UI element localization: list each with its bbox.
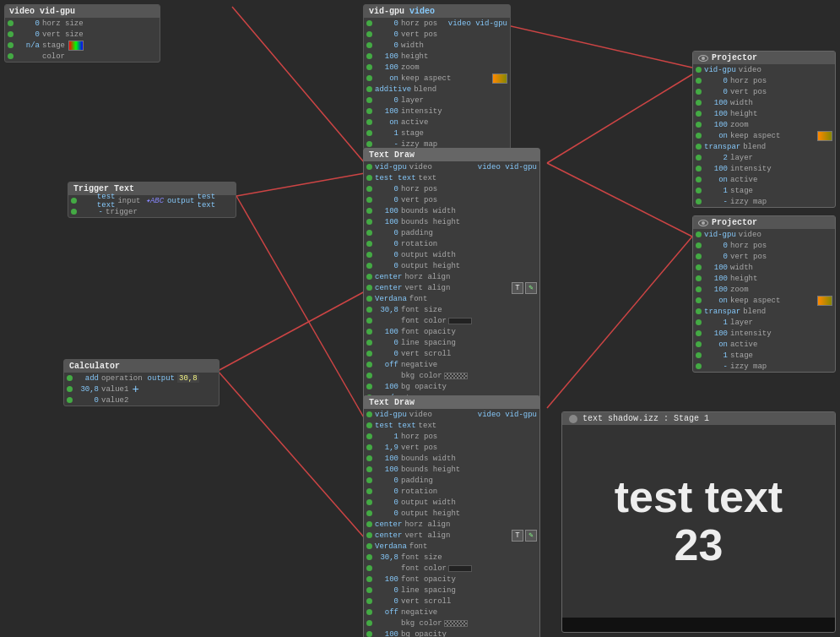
port-dot	[8, 42, 14, 48]
stage-preview: text shadow.izz : Stage 1 test text 23	[561, 411, 836, 633]
pd	[696, 275, 702, 281]
pd	[366, 609, 372, 615]
pd	[366, 285, 372, 291]
pd	[366, 53, 372, 59]
pd	[366, 175, 372, 181]
pd	[366, 329, 372, 335]
pd	[366, 362, 372, 368]
pd	[366, 31, 372, 37]
svg-line-2	[218, 291, 365, 371]
plus-icon: +	[132, 383, 138, 396]
svg-line-1	[236, 196, 365, 419]
pd	[696, 166, 702, 172]
pd	[366, 499, 372, 505]
pd	[366, 631, 372, 637]
svg-line-6	[547, 237, 692, 408]
pd	[366, 587, 372, 593]
pd	[696, 155, 702, 161]
pd	[696, 363, 702, 369]
center-row-horzpos: 0 horz pos video vid-gpu	[364, 18, 510, 29]
pd	[696, 352, 702, 358]
pd	[696, 78, 702, 84]
row-stage: n/a stage	[5, 40, 160, 51]
calculator-node: Calculator add operation output 30,8 30,…	[63, 359, 219, 406]
font-color-swatch2	[448, 565, 472, 572]
pd	[696, 67, 702, 73]
stage-content: test text 23	[562, 425, 835, 618]
pd	[366, 620, 372, 626]
pd	[696, 89, 702, 95]
pd	[366, 351, 372, 357]
pd	[366, 422, 372, 428]
pd	[366, 455, 372, 461]
textdraw1-header: Text Draw	[364, 149, 539, 161]
pd	[366, 86, 372, 92]
stage-text-line2: 23	[615, 521, 783, 569]
projector2-node: Projector vid-gpuvideo 0horz pos 0vert p…	[692, 215, 836, 373]
svg-line-3	[218, 371, 365, 538]
pd	[366, 64, 372, 70]
bkg-color-swatch2	[444, 620, 468, 627]
calculator-header: Calculator	[64, 360, 219, 373]
pd	[366, 373, 372, 378]
pd	[366, 433, 372, 439]
trigger-port	[71, 209, 77, 215]
edit-icon: ✎	[525, 282, 537, 294]
pd	[366, 164, 372, 170]
pd	[696, 319, 702, 325]
pd	[366, 340, 372, 346]
trigger-text-node: Trigger Text test text input ✦ABC output…	[68, 182, 236, 218]
pd	[366, 219, 372, 225]
pd	[696, 341, 702, 347]
pd	[366, 197, 372, 203]
pd	[366, 554, 372, 560]
keep-aspect-icon	[492, 74, 507, 84]
pd	[696, 111, 702, 117]
row-vert-size: 0 vert size	[5, 29, 160, 40]
pd	[366, 75, 372, 81]
pd	[366, 274, 372, 280]
pd	[366, 411, 372, 417]
font-color-swatch	[448, 318, 472, 324]
pd	[366, 318, 372, 324]
pd	[696, 286, 702, 292]
pd	[366, 108, 372, 114]
pd	[366, 598, 372, 604]
pd	[366, 230, 372, 236]
vidgpu-topleft-node: video vid-gpu 0 horz size 0 vert size n/…	[4, 4, 160, 63]
vidgpu-center-node: vid-gpu video 0 horz pos video vid-gpu 0…	[363, 4, 511, 150]
pd	[696, 100, 702, 106]
vidgpu-center-header: vid-gpu video	[364, 5, 510, 18]
pd	[366, 252, 372, 258]
keep-icon2	[817, 296, 832, 306]
pd	[366, 510, 372, 516]
row-color: color	[5, 51, 160, 62]
abc-icon: ✦ABC	[145, 196, 164, 205]
pd	[366, 444, 372, 450]
projector1-node: Projector vid-gpuvideo 0horz pos 0vert p…	[692, 51, 836, 208]
pd	[366, 208, 372, 214]
port-dot	[8, 20, 14, 26]
stage-close-btn[interactable]	[569, 415, 577, 423]
output-val: 30,8	[177, 374, 199, 383]
output-label: output	[148, 374, 175, 383]
pd	[366, 141, 372, 147]
vidgpu-topleft-header: video vid-gpu	[5, 5, 160, 18]
projector1-header: Projector	[693, 52, 835, 64]
textdraw2-header: Text Draw	[364, 396, 539, 409]
pd	[366, 532, 372, 538]
edit-icon2: ✎	[525, 530, 537, 542]
op-port	[67, 375, 73, 381]
pd	[696, 297, 702, 303]
pd	[696, 242, 702, 248]
output-val: test text	[198, 193, 233, 210]
pd	[696, 199, 702, 204]
pd	[366, 466, 372, 472]
pd	[366, 130, 372, 136]
textdraw1-node: Text Draw vid-gpu video video vid-gpu te…	[363, 148, 540, 415]
color-grid-icon	[68, 41, 84, 51]
pd	[696, 133, 702, 139]
calc-value1-row: 30,8 value1 +	[64, 384, 219, 395]
calc-operation-row: add operation output 30,8	[64, 373, 219, 384]
eye-icon2	[698, 220, 708, 226]
